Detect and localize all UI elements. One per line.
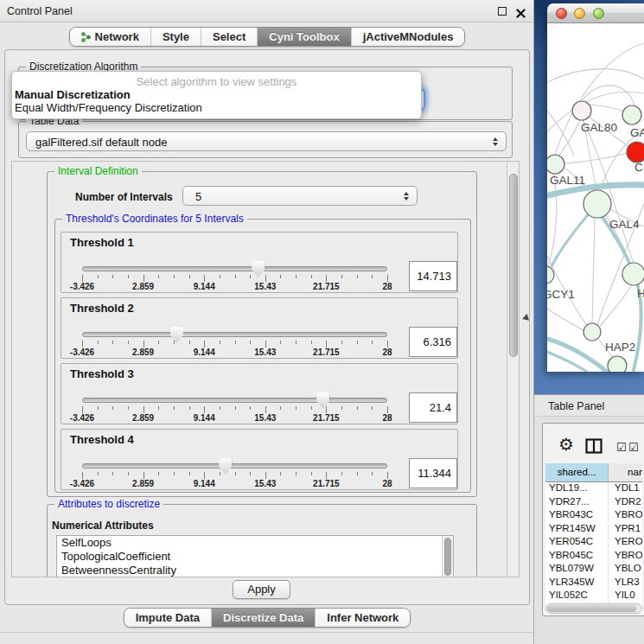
threshold-panel-1: Threshold 1-3.4262.8599.14415.4321.71528… (61, 232, 458, 293)
table-row[interactable]: YIL052CYIL0 (545, 590, 642, 603)
scrollbar-thumb[interactable] (509, 174, 518, 357)
table-row[interactable]: YDL19...YDL1 (545, 482, 642, 496)
tick-mark (158, 406, 159, 410)
tick-mark (143, 275, 144, 282)
axis-label: 28 (382, 479, 392, 488)
algorithm-option-equal-width-frequency-discretization[interactable]: Equal Width/Frequency Discretization (12, 101, 421, 114)
table-panel-titlebar: Table Panel (534, 394, 644, 417)
column-header-shared-name[interactable]: shared... (545, 463, 609, 481)
slider-track[interactable] (82, 398, 387, 403)
intervals-combobox[interactable]: 5 (182, 186, 418, 206)
close-icon[interactable] (516, 6, 526, 16)
checkbox-icon[interactable]: ☑ (616, 441, 627, 454)
table-row[interactable]: YBR045CYBRO (545, 550, 642, 564)
list-scrollbar[interactable] (442, 536, 453, 577)
tab-select[interactable]: Select (201, 28, 257, 46)
tab-discretize-data[interactable]: Discretize Data (211, 609, 315, 627)
threshold-panel-2: Threshold 2-3.4262.8599.14415.4321.71528… (61, 297, 458, 359)
slider-thumb[interactable] (170, 327, 183, 343)
tick-mark (341, 275, 342, 278)
tab-infer-network[interactable]: Infer Network (315, 609, 410, 627)
tick-mark (235, 341, 236, 344)
table-row[interactable]: YER054CYERO (545, 536, 642, 550)
tick-mark (82, 341, 83, 348)
cell-name: YERO (609, 536, 642, 550)
tab-impute-data[interactable]: Impute Data (124, 609, 211, 627)
table-data-combobox[interactable]: galFiltered.sif default node (26, 131, 507, 151)
tab-network[interactable]: Network (70, 28, 150, 46)
interval-definition-group: Interval Definition Number of Intervals … (47, 171, 477, 497)
network-node-gal4[interactable] (583, 190, 611, 218)
slider-thumb[interactable] (219, 458, 232, 475)
threshold-panel-4: Threshold 4-3.4262.8599.14415.4321.71528… (61, 429, 458, 490)
column-header-name[interactable]: name (609, 463, 642, 481)
gear-icon[interactable]: ⚙ (558, 436, 574, 453)
cell-shared-name: YDR27... (545, 496, 609, 510)
attributes-list[interactable]: SelfLoopsTopologicalCoefficientBetweenne… (56, 535, 454, 577)
split-table-icon[interactable] (585, 438, 603, 457)
network-node-gal11[interactable] (547, 155, 564, 174)
float-window-icon[interactable] (498, 7, 507, 16)
table-row[interactable]: YPR145WYPR1 (545, 523, 642, 537)
apply-button[interactable]: Apply (233, 580, 290, 599)
slider-track[interactable] (82, 266, 387, 271)
close-traffic-light-icon[interactable] (556, 8, 567, 19)
table-row[interactable]: YDR27...YDR2 (545, 496, 642, 510)
threshold-value-box[interactable]: 6.316 (409, 327, 457, 357)
tick-mark (280, 406, 281, 410)
threshold-value-box[interactable]: 11.344 (409, 458, 457, 488)
axis-label: 9.144 (194, 282, 215, 291)
network-node-ga[interactable] (622, 105, 641, 124)
vertical-scrollbar[interactable] (507, 162, 519, 577)
zoom-traffic-light-icon[interactable] (593, 8, 604, 19)
network-node-gal80[interactable] (572, 101, 591, 120)
tick-mark (112, 341, 113, 344)
attribute-item-topologicalcoefficient[interactable]: TopologicalCoefficient (57, 550, 453, 564)
tab-cyni-toolbox[interactable]: Cyni Toolbox (257, 28, 350, 46)
tab-jactivemnodules[interactable]: jActiveMNodules (351, 28, 465, 46)
horizontal-scrollbar[interactable] (545, 603, 642, 614)
slider-thumb[interactable] (252, 261, 265, 277)
checkbox-icon[interactable]: ☑ (628, 441, 639, 454)
threshold-value-box[interactable]: 14.713 (409, 261, 457, 291)
axis-label: 15.43 (254, 282, 276, 291)
algorithm-option-manual-discretization[interactable]: Manual Discretization (12, 88, 421, 101)
axis-label: 15.43 (254, 348, 276, 357)
tab-style[interactable]: Style (150, 28, 201, 46)
tick-mark (174, 406, 175, 410)
tick-mark (82, 472, 83, 479)
tick-mark (98, 406, 99, 410)
stepper-icon (493, 137, 498, 146)
attribute-item-betweennesscentrality[interactable]: BetweennessCentrality (57, 564, 453, 577)
tick-mark (143, 406, 144, 413)
table-row[interactable]: YLR345WYLR3 (545, 577, 642, 590)
thresholds-group: Threshold's Coordinates for 5 Intervals … (54, 219, 471, 493)
table-row[interactable]: YBL079WYBLO (545, 563, 642, 577)
minimize-traffic-light-icon[interactable] (574, 8, 585, 19)
network-node-hap2[interactable] (583, 323, 601, 341)
network-node-h[interactable] (622, 263, 644, 285)
node-label: C (634, 161, 643, 174)
tick-mark (357, 341, 358, 344)
slider-thumb[interactable] (316, 392, 329, 409)
slider-track[interactable] (82, 332, 387, 337)
attribute-item-selfloops[interactable]: SelfLoops (57, 536, 453, 550)
tick-mark (128, 341, 129, 344)
table-row[interactable]: YBR043CYBRO (545, 509, 642, 523)
tick-mark (235, 275, 236, 278)
tick-mark (174, 275, 175, 278)
network-window-titlebar (547, 3, 644, 23)
scrollbar-thumb[interactable] (444, 538, 451, 576)
scrollbar-thumb[interactable] (547, 605, 636, 612)
threshold-value-box[interactable]: 21.4 (409, 392, 457, 423)
tick-mark (387, 275, 388, 282)
group-title: Attributes to discretize (54, 498, 163, 510)
cell-shared-name: YER054C (545, 536, 609, 550)
network-view[interactable]: GAL80GACGAL11GAL4GCY1HHAP2 (547, 23, 644, 372)
bottom-tabs: Impute DataDiscretize DataInfer Network (124, 608, 411, 628)
slider-track[interactable] (82, 463, 387, 469)
network-node-c[interactable] (627, 142, 644, 163)
node-table[interactable]: shared... name YDL19...YDL1YDR27...YDR2Y… (545, 463, 642, 614)
cell-shared-name: YIL052C (545, 590, 609, 603)
network-node[interactable] (608, 356, 627, 372)
